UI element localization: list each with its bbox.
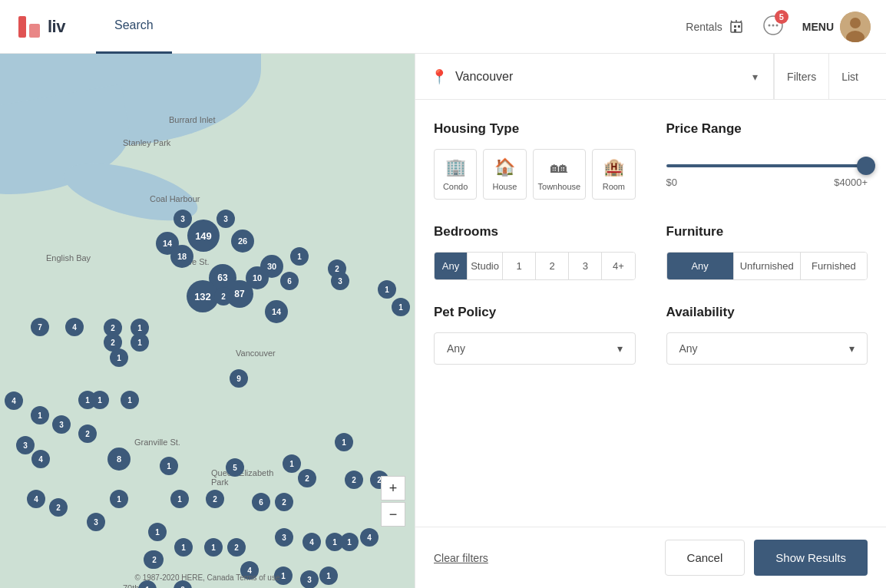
housing-type-room[interactable]: 🏨Room xyxy=(592,149,635,200)
footer-buttons: Cancel Show Results xyxy=(665,540,868,576)
housing-types: 🏢Condo🏠House🏘Townhouse🏨Room xyxy=(434,149,636,200)
svg-point-11 xyxy=(772,24,774,26)
pet-policy-dropdown[interactable]: Any ▾ xyxy=(434,332,636,365)
notification-button[interactable]: 5 xyxy=(762,15,784,39)
zoom-in-button[interactable]: + xyxy=(381,476,405,500)
cancel-button[interactable]: Cancel xyxy=(665,540,745,576)
map-pin[interactable]: 1 xyxy=(148,523,167,541)
filter-footer: Clear filters Cancel Show Results xyxy=(415,527,886,588)
map-pin[interactable]: 18 xyxy=(170,245,193,268)
condo-icon: 🏢 xyxy=(445,157,466,177)
map-pin[interactable]: 1 xyxy=(121,391,139,409)
map-pin[interactable]: 3 xyxy=(275,528,293,547)
map-pin[interactable]: 4 xyxy=(5,391,23,410)
furniture-options: AnyUnfurnishedFurnished xyxy=(666,252,868,280)
furniture-option-any[interactable]: Any xyxy=(667,253,734,279)
map-pin[interactable]: 4 xyxy=(31,450,50,468)
map-pin[interactable]: 1 xyxy=(91,391,109,409)
zoom-out-button[interactable]: − xyxy=(381,502,405,527)
map-pin[interactable]: 1 xyxy=(290,247,309,266)
map-pin[interactable]: 2 xyxy=(328,259,346,278)
townhouse-icon: 🏘 xyxy=(550,157,567,177)
map-pin[interactable]: 7 xyxy=(31,318,49,336)
chevron-down-icon[interactable]: ▾ xyxy=(752,71,758,83)
pet-policy-label: Pet Policy xyxy=(434,305,636,320)
map-pin[interactable]: 14 xyxy=(265,300,288,323)
price-slider-thumb[interactable] xyxy=(857,157,875,175)
map-pin[interactable]: 1 xyxy=(335,433,353,451)
map-pin[interactable]: 2 xyxy=(78,424,97,443)
map-pin[interactable]: 1 xyxy=(283,454,301,473)
logo[interactable]: liv xyxy=(15,13,65,41)
housing-type-section: Housing Type 🏢Condo🏠House🏘Townhouse🏨Room xyxy=(434,121,636,200)
availability-chevron: ▾ xyxy=(849,342,855,355)
map-pin[interactable]: 4 xyxy=(27,490,45,508)
bedroom-option-3[interactable]: 3 xyxy=(569,253,602,279)
avatar xyxy=(840,12,871,42)
house-label: House xyxy=(493,182,517,191)
furniture-option-furnished[interactable]: Furnished xyxy=(801,253,867,279)
map-pin[interactable]: 2 xyxy=(145,550,164,569)
filters-button[interactable]: Filters xyxy=(774,54,828,100)
bedroom-option-2[interactable]: 2 xyxy=(536,253,569,279)
housing-type-label: Housing Type xyxy=(434,121,636,137)
search-tab[interactable]: Search xyxy=(96,0,172,54)
map-pin[interactable]: 4 xyxy=(360,528,379,547)
map-pin[interactable]: 3 xyxy=(87,513,105,531)
map-pin[interactable]: 1 xyxy=(110,349,128,367)
furniture-option-unfurnished[interactable]: Unfurnished xyxy=(734,253,801,279)
map-pin[interactable]: 1 xyxy=(174,538,193,557)
map-pin[interactable]: 1 xyxy=(110,490,128,508)
menu-button[interactable]: MENU xyxy=(802,12,871,42)
map-pin[interactable]: 2 xyxy=(206,490,224,508)
availability-dropdown[interactable]: Any ▾ xyxy=(666,332,868,365)
map-pin[interactable]: 1 xyxy=(160,457,178,475)
map-pin[interactable]: 26 xyxy=(231,230,254,253)
map-pin[interactable]: 4 xyxy=(65,318,84,336)
map-pin[interactable]: 149 xyxy=(187,220,220,252)
room-label: Room xyxy=(603,182,625,191)
map-pin[interactable]: 1 xyxy=(131,333,149,352)
map-pin[interactable]: 3 xyxy=(217,210,235,228)
map-pin[interactable]: 1 xyxy=(31,406,49,424)
map-pin[interactable]: 2 xyxy=(214,287,233,306)
map-pin[interactable]: 9 xyxy=(230,369,248,388)
map-pin[interactable]: 5 xyxy=(226,458,244,477)
map-controls: + − xyxy=(381,476,405,527)
clear-filters-button[interactable]: Clear filters xyxy=(434,552,488,564)
map-pin[interactable]: 1 xyxy=(392,298,410,316)
map-pin[interactable]: 1 xyxy=(170,490,189,508)
bedroom-option-1[interactable]: 1 xyxy=(503,253,536,279)
logo-icon xyxy=(15,13,43,41)
panel-actions: Filters List xyxy=(773,54,871,100)
map-pin[interactable]: 8 xyxy=(107,448,131,471)
housing-type-house[interactable]: 🏠House xyxy=(483,149,526,200)
location-text: Vancouver xyxy=(455,70,745,84)
bedroom-option-studio[interactable]: Studio xyxy=(468,253,503,279)
map-pin[interactable]: 2 xyxy=(298,469,316,487)
price-slider-track[interactable] xyxy=(666,164,868,167)
housing-type-condo[interactable]: 🏢Condo xyxy=(434,149,477,200)
map-pin[interactable]: 3 xyxy=(52,415,71,434)
map-pin[interactable]: 3 xyxy=(174,210,192,228)
map-pin[interactable]: 2 xyxy=(227,538,246,557)
rentals-button[interactable]: Rentals xyxy=(686,19,743,35)
map-pin[interactable]: 6 xyxy=(280,272,299,290)
show-results-button[interactable]: Show Results xyxy=(754,540,868,576)
building-icon xyxy=(729,19,744,35)
map-pin[interactable]: 1 xyxy=(378,280,396,299)
map-pin[interactable]: 2 xyxy=(345,471,363,489)
list-button[interactable]: List xyxy=(828,54,871,100)
map-pin[interactable]: 6 xyxy=(252,493,270,511)
map-pin[interactable]: 2 xyxy=(49,498,68,517)
rentals-label: Rentals xyxy=(686,21,722,33)
bedroom-option-4plus[interactable]: 4+ xyxy=(602,253,634,279)
map-pin[interactable]: 4 xyxy=(302,533,321,551)
housing-type-townhouse[interactable]: 🏘Townhouse xyxy=(533,149,587,200)
map-pin[interactable]: 2 xyxy=(275,493,293,511)
map-pin[interactable]: 1 xyxy=(340,533,359,551)
map-pin[interactable]: 1 xyxy=(204,538,223,557)
map-pin[interactable]: 3 xyxy=(16,436,35,454)
price-range-section: Price Range $0 $4000+ xyxy=(666,121,868,200)
bedroom-option-any[interactable]: Any xyxy=(435,253,468,279)
